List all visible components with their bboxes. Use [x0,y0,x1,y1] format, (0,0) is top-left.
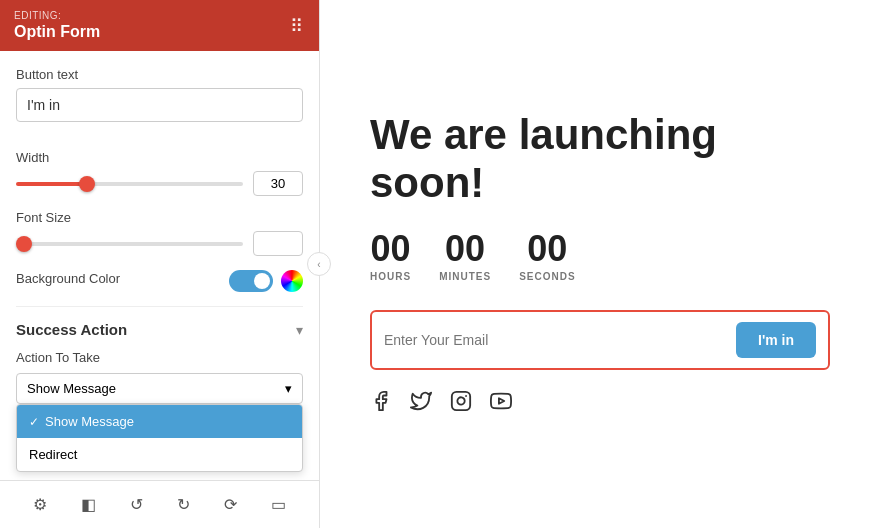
email-form-box: I'm in [370,310,830,370]
collapse-panel-button[interactable]: ‹ [307,252,331,276]
font-size-value-input[interactable] [253,231,303,256]
width-value-input[interactable] [253,171,303,196]
facebook-icon[interactable] [370,390,392,417]
panel-title: Optin Form [14,23,100,40]
width-label: Width [16,150,303,165]
countdown-hours: 00 HOURS [370,231,411,282]
youtube-icon[interactable] [490,390,512,417]
twitter-icon[interactable] [410,390,432,417]
hours-label: HOURS [370,271,411,282]
panel-body: Button text Width Font Size Background C… [0,51,319,480]
font-size-slider[interactable] [16,242,243,246]
background-color-row: Background Color [16,270,303,292]
history-icon[interactable]: ↺ [126,491,147,518]
submit-button[interactable]: I'm in [736,322,816,358]
editing-label: EDITING: [14,10,100,21]
panel-header: EDITING: Optin Form ⠿ [0,0,319,51]
hours-value: 00 [371,231,411,267]
minutes-label: MINUTES [439,271,491,282]
button-text-input[interactable] [16,88,303,122]
bottom-toolbar: ⚙ ◧ ↺ ↻ ⟳ ▭ [0,480,319,528]
color-toggle[interactable] [229,270,273,292]
width-group: Width [16,150,303,196]
background-color-label: Background Color [16,271,120,286]
redo-icon[interactable]: ↻ [173,491,194,518]
font-size-slider-row [16,231,303,256]
social-row [370,390,830,417]
action-dropdown-menu: ✓ Show Message Redirect [16,404,303,472]
checkmark-icon: ✓ [29,415,39,429]
refresh-icon[interactable]: ⟳ [220,491,241,518]
svg-marker-2 [499,399,504,405]
width-slider-row [16,171,303,196]
width-slider[interactable] [16,182,243,186]
dropdown-option-show-message[interactable]: ✓ Show Message [17,405,302,438]
seconds-label: SECONDS [519,271,575,282]
countdown-row: 00 HOURS 00 MINUTES 00 SECONDS [370,231,830,282]
device-icon[interactable]: ▭ [267,491,290,518]
instagram-icon[interactable] [450,390,472,417]
svg-rect-0 [452,392,470,410]
button-text-label: Button text [16,67,303,82]
font-size-label: Font Size [16,210,303,225]
font-size-group: Font Size [16,210,303,256]
selected-option-label: Show Message [27,381,116,396]
dropdown-option-label: Show Message [45,414,134,429]
dropdown-chevron-icon: ▾ [285,381,292,396]
chevron-down-icon[interactable]: ▾ [296,322,303,338]
settings-icon[interactable]: ⚙ [29,491,51,518]
action-dropdown-container: Show Message ▾ ✓ Show Message Redirect [16,373,303,404]
countdown-seconds: 00 SECONDS [519,231,575,282]
success-action-title: Success Action [16,321,127,338]
email-input[interactable] [384,332,726,348]
seconds-value: 00 [527,231,567,267]
preview-headline: We are launching soon! [370,111,830,208]
minutes-value: 00 [445,231,485,267]
right-panel: We are launching soon! 00 HOURS 00 MINUT… [320,0,880,528]
action-to-take-group: Action To Take Show Message ▾ ✓ Show Mes… [16,350,303,404]
countdown-minutes: 00 MINUTES [439,231,491,282]
action-dropdown-selected[interactable]: Show Message ▾ [16,373,303,404]
action-to-take-label: Action To Take [16,350,303,365]
success-action-header: Success Action ▾ [16,321,303,338]
color-wheel-icon[interactable] [281,270,303,292]
color-toggle-group [229,270,303,292]
left-panel: EDITING: Optin Form ⠿ Button text Width … [0,0,320,528]
button-text-group: Button text [16,67,303,136]
dropdown-option-redirect[interactable]: Redirect [17,438,302,471]
divider [16,306,303,307]
dropdown-option-label: Redirect [29,447,77,462]
grid-icon[interactable]: ⠿ [290,15,305,37]
layers-icon[interactable]: ◧ [77,491,100,518]
